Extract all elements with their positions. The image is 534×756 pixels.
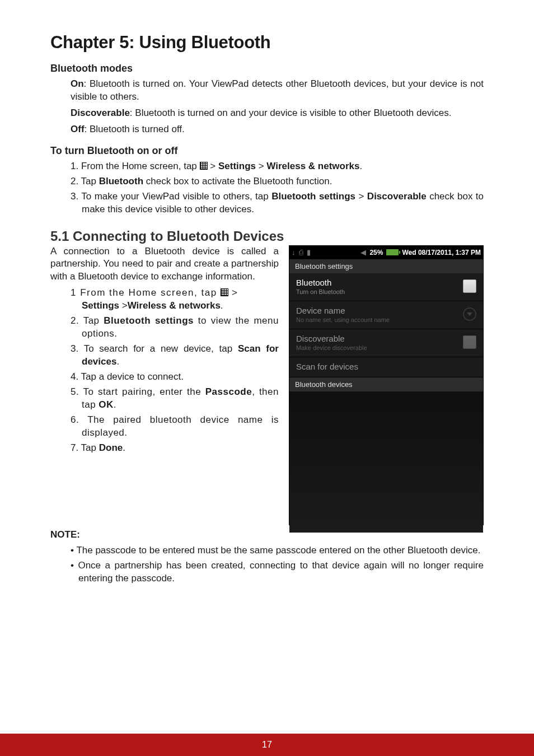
row-scan[interactable]: Scan for devices [289, 357, 483, 377]
row-discoverable[interactable]: Discoverable Make device discoverable [289, 329, 483, 357]
connect-step-4: 4. Tap a device to connect. [71, 371, 279, 384]
connect-step-7: 7. Tap Done. [71, 442, 279, 455]
text: Bluetooth settings [104, 315, 194, 326]
text: > [256, 161, 266, 171]
text: check box to activate the Bluetooth func… [143, 176, 332, 186]
connect-left: A connection to a Bluetooth device is ca… [50, 245, 279, 457]
mode-on: On: Bluetooth is turned on. Your ViewPad… [71, 78, 484, 104]
row-bluetooth[interactable]: Bluetooth Turn on Bluetooth [289, 273, 483, 301]
text: . [221, 300, 223, 311]
status-percent: 25% [369, 249, 383, 256]
devices-empty-area [289, 391, 483, 533]
text: Bluetooth [99, 176, 143, 186]
note-bullets: The passcode to be entered must be the s… [71, 544, 484, 585]
connect-step-6: 6. The paired bluetooth device name is d… [71, 414, 279, 440]
text: > [208, 161, 218, 171]
checkbox-icon[interactable] [463, 279, 476, 293]
row-discoverable-sub: Make device discoverable [296, 344, 463, 351]
status-left-icons: ↓ ⎙ ▮ [292, 248, 311, 256]
status-bar: ↓ ⎙ ▮ ◀ 25% Wed 08/17/2011, 1:37 PM [289, 246, 483, 259]
text: . [360, 161, 363, 171]
connect-step-5: 5. To start pairing, enter the Passcode,… [71, 386, 279, 412]
page: Chapter 5: Using Bluetooth Bluetooth mod… [0, 0, 534, 756]
volume-icon: ◀ [360, 248, 366, 256]
row-discoverable-title: Discoverable [296, 334, 463, 343]
toggle-heading: To turn Bluetooth on or off [50, 145, 484, 157]
apps-grid-icon [221, 288, 228, 296]
connect-block: A connection to a Bluetooth device is ca… [50, 245, 484, 525]
section-bluetooth-devices: Bluetooth devices [289, 377, 483, 391]
row-device-name-sub: No name set, using account name [296, 316, 463, 323]
mode-discoverable-label: Discoverable [71, 108, 130, 118]
battery-icon [386, 249, 399, 255]
row-bluetooth-sub: Turn on Bluetooth [296, 288, 463, 295]
row-device-name[interactable]: Device name No name set, using account n… [289, 301, 483, 329]
note-label: NOTE [50, 529, 77, 540]
chapter-title: Chapter 5: Using Bluetooth [50, 32, 484, 53]
text: > [119, 300, 128, 311]
mode-off: Off: Bluetooth is turned off. [71, 123, 484, 136]
mode-off-label: Off [71, 124, 85, 134]
connect-step-1: 1 From the Home screen, tap > Settings >… [71, 287, 279, 312]
mode-on-text: : Bluetooth is turned on. Your ViewPad d… [71, 78, 484, 102]
text: Discoverable [367, 191, 427, 202]
note-colon: : [77, 529, 80, 540]
text: 1 From the Home screen, tap [71, 287, 221, 298]
text: 7. Tap [71, 442, 99, 453]
connect-intro: A connection to a Bluetooth device is ca… [50, 245, 279, 284]
toggle-step-3: 3. To make your ViewPad visible to other… [71, 190, 484, 216]
text: Passcode [205, 386, 252, 397]
mode-discoverable-text: : Bluetooth is turned on and your device… [130, 108, 452, 118]
screenshot-container: ↓ ⎙ ▮ ◀ 25% Wed 08/17/2011, 1:37 PM Blue… [289, 245, 484, 525]
text: 2. Tap [71, 315, 104, 326]
text: Done [99, 442, 123, 453]
dropdown-icon [463, 307, 476, 321]
mode-on-label: On [71, 78, 84, 89]
text: . [116, 356, 119, 367]
text: OK [99, 399, 114, 410]
text: 2. Tap [71, 176, 99, 186]
checkbox-icon [463, 335, 476, 349]
text: > [228, 287, 238, 298]
text: Wireless & networks [128, 300, 221, 311]
text: Bluetooth settings [271, 191, 355, 202]
apps-grid-icon [200, 162, 208, 170]
connect-step-3: 3. To search for a new device, tap Scan … [71, 343, 279, 368]
toggle-step-2: 2. Tap Bluetooth check box to activate t… [71, 175, 484, 188]
connect-step-2: 2. Tap Bluetooth settings to view the me… [71, 315, 279, 340]
battery-small-icon: ▮ [307, 248, 311, 256]
text: > [355, 191, 367, 202]
toggle-step-1: 1. From the Home screen, tap > Settings … [71, 160, 484, 173]
connect-steps: 1 From the Home screen, tap > Settings >… [71, 287, 279, 454]
text: 3. To search for a new device, tap [71, 343, 238, 354]
text: . [114, 399, 116, 410]
usb-icon: ⎙ [299, 248, 303, 256]
row-device-name-title: Device name [296, 306, 463, 315]
mode-discoverable: Discoverable: Bluetooth is turned on and… [71, 107, 484, 120]
note-bullet-1: The passcode to be entered must be the s… [71, 544, 484, 557]
text: Wireless & networks [266, 161, 359, 171]
android-screenshot: ↓ ⎙ ▮ ◀ 25% Wed 08/17/2011, 1:37 PM Blue… [289, 245, 484, 525]
text: 5. To start pairing, enter the [71, 386, 205, 397]
note-bullet-2: Once a partnership has been created, con… [71, 559, 484, 585]
download-icon: ↓ [292, 248, 296, 256]
mode-off-text: : Bluetooth is turned off. [85, 124, 185, 134]
status-right: ◀ 25% Wed 08/17/2011, 1:37 PM [360, 248, 481, 256]
page-number: 17 [262, 740, 272, 749]
text: 3. To make your ViewPad visible to other… [71, 191, 271, 202]
page-footer: 17 [0, 734, 534, 756]
row-scan-title: Scan for devices [296, 362, 476, 371]
text: Settings [82, 300, 119, 311]
text: 1. From the Home screen, tap [71, 161, 200, 171]
section-bluetooth-settings: Bluetooth settings [289, 259, 483, 273]
row-bluetooth-title: Bluetooth [296, 278, 463, 287]
bluetooth-modes-heading: Bluetooth modes [50, 63, 484, 74]
text: Settings [218, 161, 256, 171]
text: . [123, 442, 125, 453]
toggle-steps: 1. From the Home screen, tap > Settings … [71, 160, 484, 216]
status-time: Wed 08/17/2011, 1:37 PM [402, 249, 481, 256]
connect-heading: 5.1 Connecting to Bluetooth Devices [50, 228, 484, 244]
modes-block: On: Bluetooth is turned on. Your ViewPad… [71, 78, 484, 136]
